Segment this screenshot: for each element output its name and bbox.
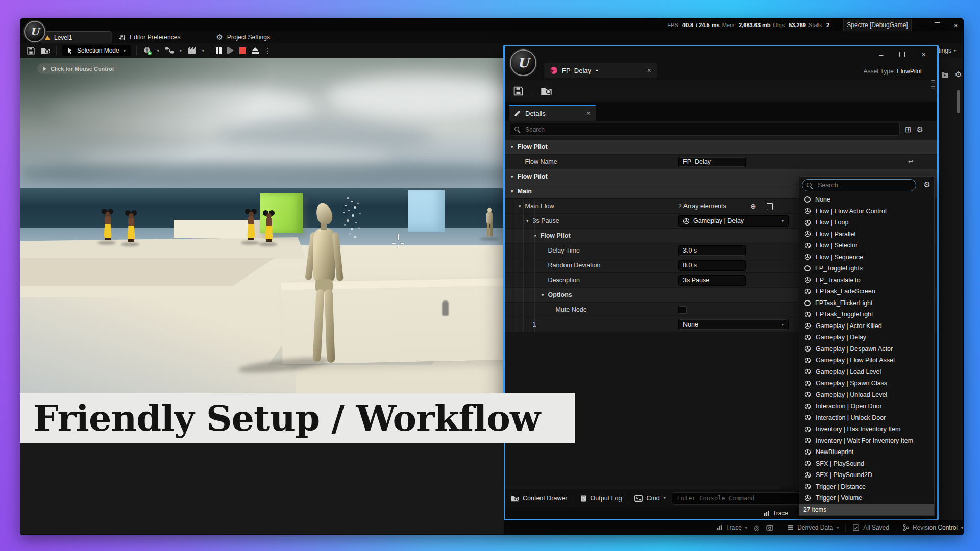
derived-data-button[interactable]: Derived Data ▾ [787,524,839,531]
grid-view-icon[interactable]: ⊞ [905,125,912,134]
dropdown-item[interactable]: Interaction | Unlock Door [799,412,934,424]
dropdown-item[interactable]: Flow | Flow Actor Control [799,206,934,217]
menu-item[interactable] [94,24,104,26]
menu-item[interactable] [555,48,566,52]
maximize-icon[interactable] [899,52,905,57]
gear-icon[interactable]: ⚙ [924,180,930,189]
menu-item[interactable] [105,24,115,26]
menu-item[interactable] [116,24,127,26]
chevron-down-icon[interactable]: ▾ [202,48,204,53]
chevron-down-icon[interactable]: ▾ [157,48,159,53]
value-textbox[interactable]: FP_Delay [678,157,746,167]
kebab-menu-icon[interactable]: ⋮ [264,46,272,55]
eject-button[interactable] [252,47,259,54]
menu-item[interactable] [595,48,606,52]
save-icon[interactable] [27,46,35,55]
dropdown-item[interactable]: Gameplay | Despawn Actor [799,343,934,355]
save-icon[interactable] [513,86,524,96]
dropdown-item[interactable]: FPTask_ToggleLight [799,309,934,320]
dropdown-item[interactable]: Flow | Loop [799,217,934,229]
caret-icon[interactable]: ▾ [542,292,544,297]
revision-control-button[interactable]: Revision Control ▾ [903,524,963,531]
panel-grip[interactable]: ☰☰ [930,79,936,91]
close-tab-icon[interactable]: × [647,66,651,74]
dropdown-item[interactable]: Flow | Selector [799,240,934,252]
minimize-icon[interactable]: – [917,21,921,29]
screenshot-icon[interactable] [766,524,773,531]
close-icon[interactable]: × [921,51,926,58]
menu-item[interactable] [608,48,619,52]
dropdown-item[interactable]: Inventory | Wait For Inventory Item [799,435,934,447]
tab-fp-delay[interactable]: FP_Delay • × [544,63,657,78]
cmd-dropdown[interactable]: Cmd ▾ [634,495,665,502]
trace-label[interactable]: Trace [773,510,788,517]
menu-item[interactable] [581,48,593,52]
checkbox[interactable] [678,306,687,314]
dropdown-item[interactable]: Gameplay | Unload Level [799,389,934,401]
tab-details[interactable]: Details × [509,105,596,121]
search-input[interactable] [524,126,895,134]
close-icon[interactable]: × [953,21,958,29]
caret-icon[interactable]: ▾ [519,204,521,209]
close-tab-icon[interactable]: × [586,109,591,117]
caret-icon[interactable]: ▾ [511,174,513,179]
dropdown-item[interactable]: FPTask_FlickerLight [799,297,934,309]
pause-button[interactable] [216,47,222,54]
browse-asset-icon[interactable] [541,86,552,96]
content-drawer-button[interactable]: Content Drawer [511,495,568,502]
folder-add-icon[interactable] [941,71,948,78]
picker-search-input[interactable] [817,181,911,189]
dropdown-item[interactable]: SFX | PlaySound2D [799,469,934,481]
minimize-icon[interactable]: – [879,51,883,58]
details-row[interactable]: ▾ Flow Name ↩ FP_Delay FP_Delay ▾ FP_Del… [505,155,937,169]
dropdown-item[interactable]: Gameplay | Load Level [799,366,934,378]
value-textbox[interactable]: 3s Pause [678,275,746,286]
insights-icon[interactable]: ◎ [754,524,760,532]
add-element-icon[interactable]: ⊕ [750,202,756,210]
stop-button[interactable] [239,47,246,54]
dropdown-item[interactable]: SFX | PlaySound [799,458,934,470]
cinematics-icon[interactable] [187,47,197,54]
menu-item[interactable] [568,48,579,52]
menu-item[interactable] [83,24,93,26]
menu-item[interactable] [128,24,138,26]
dropdown-item[interactable]: Flow | Sequence [799,252,934,263]
menu-item[interactable] [60,24,70,26]
content-browser-icon[interactable] [41,46,51,55]
tab-level1[interactable]: Level1 [40,31,111,43]
dropdown-item[interactable]: Trigger | Volume [799,492,934,504]
all-saved-button[interactable]: All Saved [852,524,889,531]
details-row[interactable]: ▾ Flow Pilot ↩ ▾ ⊕ [505,140,937,155]
dropdown-item[interactable]: Gameplay | Spawn Class [799,378,934,389]
gear-icon[interactable]: ⚙ [917,125,923,134]
menu-item[interactable] [71,24,82,26]
dropdown-item[interactable]: NewBlueprint [799,446,934,458]
dropdown-item[interactable]: Gameplay | Actor Killed [799,320,934,332]
trace-button[interactable]: Trace ▾ [717,524,747,531]
output-log-button[interactable]: Output Log [580,495,622,502]
menu-item[interactable] [49,24,59,26]
caret-icon[interactable]: ▾ [526,218,529,223]
asset-type-link[interactable]: FlowPilot [897,68,922,76]
step-forward-button[interactable] [227,47,234,54]
dropdown-item[interactable]: Interaction | Open Door [799,400,934,412]
dropdown-item[interactable]: Trigger | Distance [799,481,934,493]
dropdown-item[interactable]: Gameplay | Flow Pilot Asset [799,355,934,366]
add-actor-icon[interactable] [142,46,152,55]
restore-icon[interactable] [935,22,940,28]
project-settings-button[interactable]: ⚙ Project Settings [209,31,277,43]
delete-elements-icon[interactable] [767,203,773,210]
gear-icon[interactable]: ⚙ [955,70,962,79]
dropdown-item[interactable]: None [799,194,934,206]
dropdown-item[interactable]: Flow | Parallel [799,229,934,240]
picker-search-box[interactable] [802,179,916,191]
mouse-control-hint[interactable]: Click for Mouse Control [37,63,120,74]
details-search-box[interactable] [510,123,900,136]
dropdown-item[interactable]: Gameplay | Delay [799,332,934,343]
dropdown-item[interactable]: FP_ToggleLights [799,263,934,274]
blueprints-icon[interactable] [165,47,174,54]
editor-preferences-button[interactable]: Editor Preferences [111,31,187,43]
scrollbar[interactable] [957,90,960,113]
unreal-logo-icon[interactable]: U [24,21,45,42]
value-textbox[interactable]: 0.0 s [678,260,746,271]
